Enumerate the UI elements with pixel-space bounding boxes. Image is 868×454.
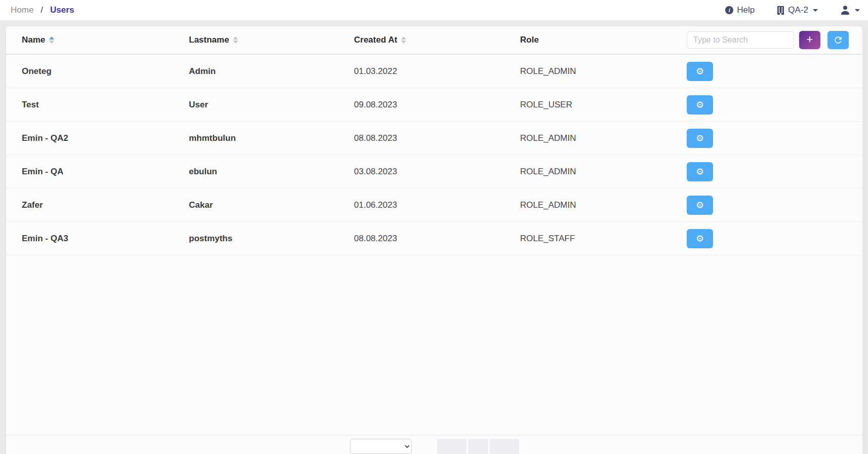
table-header-row: Name Lastname Created At Role + — [6, 26, 862, 55]
page-size-select[interactable] — [350, 439, 412, 454]
cell-role: ROLE_STAFF — [520, 234, 687, 244]
gear-icon: ⚙ — [696, 134, 704, 143]
cell-created-at: 01.03.2022 — [354, 66, 520, 77]
table-row: Test User 09.08.2023 ROLE_USER ⚙ — [6, 88, 862, 122]
gear-icon: ⚙ — [696, 167, 704, 176]
table-body: Oneteg Admin 01.03.2022 ROLE_ADMIN ⚙ Tes… — [6, 55, 862, 255]
pager-prev-button[interactable] — [437, 439, 466, 454]
sort-icon — [233, 36, 238, 44]
add-user-button[interactable]: + — [799, 31, 820, 49]
topbar: Home / Users i Help QA-2 — [0, 0, 868, 20]
breadcrumb: Home / Users — [11, 5, 74, 15]
cell-role: ROLE_USER — [520, 100, 687, 110]
cell-created-at: 08.08.2023 — [354, 234, 520, 244]
cell-created-at: 01.06.2023 — [354, 200, 520, 210]
chevron-down-icon — [855, 9, 860, 12]
table-row: Oneteg Admin 01.03.2022 ROLE_ADMIN ⚙ — [6, 55, 862, 88]
refresh-icon — [833, 35, 843, 45]
cell-name: Emin - QA — [22, 167, 189, 177]
gear-icon: ⚙ — [696, 201, 704, 210]
row-settings-button[interactable]: ⚙ — [687, 129, 713, 148]
sort-icon — [401, 36, 406, 44]
column-label: Lastname — [189, 35, 229, 45]
cell-created-at: 08.08.2023 — [354, 133, 520, 143]
column-header-role: Role — [520, 35, 687, 45]
cell-actions: ⚙ — [687, 62, 840, 81]
search-input[interactable] — [687, 31, 794, 49]
gear-icon: ⚙ — [696, 234, 704, 243]
pagination-footer — [6, 435, 862, 454]
breadcrumb-home-link[interactable]: Home — [11, 5, 33, 15]
column-header-lastname[interactable]: Lastname — [189, 35, 354, 45]
row-settings-button[interactable]: ⚙ — [687, 62, 713, 81]
cell-actions: ⚙ — [687, 162, 840, 181]
row-settings-button[interactable]: ⚙ — [687, 229, 713, 248]
topbar-right: i Help QA-2 — [725, 5, 860, 15]
cell-role: ROLE_ADMIN — [520, 200, 687, 210]
column-header-name[interactable]: Name — [22, 35, 189, 45]
cell-lastname: User — [189, 100, 354, 110]
cell-lastname: mhmtbulun — [189, 133, 354, 143]
org-switcher-dropdown[interactable]: QA-2 — [777, 5, 818, 15]
table-row: Emin - QA3 postmyths 08.08.2023 ROLE_STA… — [6, 222, 862, 255]
column-label: Created At — [354, 35, 397, 45]
pager — [437, 439, 519, 454]
cell-role: ROLE_ADMIN — [520, 133, 687, 143]
user-icon — [840, 5, 850, 15]
cell-name: Emin - QA2 — [22, 133, 189, 143]
cell-lastname: Cakar — [189, 200, 354, 210]
cell-role: ROLE_ADMIN — [520, 167, 687, 177]
column-label: Name — [22, 35, 45, 45]
row-settings-button[interactable]: ⚙ — [687, 196, 713, 215]
cell-actions: ⚙ — [687, 129, 840, 148]
table-row: Emin - QA2 mhmtbulun 08.08.2023 ROLE_ADM… — [6, 122, 862, 155]
cell-lastname: postmyths — [189, 234, 354, 244]
cell-created-at: 03.08.2023 — [354, 167, 520, 177]
cell-actions: ⚙ — [687, 95, 840, 115]
header-actions: + — [687, 31, 849, 49]
gear-icon: ⚙ — [696, 100, 704, 109]
cell-actions: ⚙ — [687, 196, 840, 215]
row-settings-button[interactable]: ⚙ — [687, 162, 713, 181]
table-row: Emin - QA ebulun 03.08.2023 ROLE_ADMIN ⚙ — [6, 155, 862, 188]
help-button[interactable]: i Help — [725, 5, 755, 15]
table-row: Zafer Cakar 01.06.2023 ROLE_ADMIN ⚙ — [6, 188, 862, 222]
row-settings-button[interactable]: ⚙ — [687, 95, 713, 115]
org-label: QA-2 — [788, 5, 808, 15]
building-icon — [777, 6, 784, 15]
gear-icon: ⚙ — [696, 67, 704, 76]
cell-actions: ⚙ — [687, 229, 840, 248]
users-table-card: Name Lastname Created At Role + Oneteg — [6, 26, 862, 454]
cell-created-at: 09.08.2023 — [354, 100, 520, 110]
column-label: Role — [520, 35, 539, 45]
cell-name: Zafer — [22, 200, 189, 210]
cell-name: Test — [22, 100, 189, 110]
help-label: Help — [737, 5, 755, 15]
sort-icon — [49, 36, 54, 44]
refresh-button[interactable] — [827, 31, 849, 49]
cell-lastname: ebulun — [189, 167, 354, 177]
pager-page-button[interactable] — [468, 439, 488, 454]
chevron-down-icon — [813, 9, 818, 12]
column-header-created-at[interactable]: Created At — [354, 35, 520, 45]
cell-name: Oneteg — [22, 66, 189, 77]
cell-name: Emin - QA3 — [22, 234, 189, 244]
cell-role: ROLE_ADMIN — [520, 66, 687, 77]
user-menu-dropdown[interactable] — [840, 5, 860, 15]
breadcrumb-separator: / — [41, 5, 43, 15]
pager-next-button[interactable] — [490, 439, 519, 454]
breadcrumb-current-users: Users — [50, 5, 74, 15]
info-circle-icon: i — [725, 6, 733, 14]
cell-lastname: Admin — [189, 66, 354, 77]
